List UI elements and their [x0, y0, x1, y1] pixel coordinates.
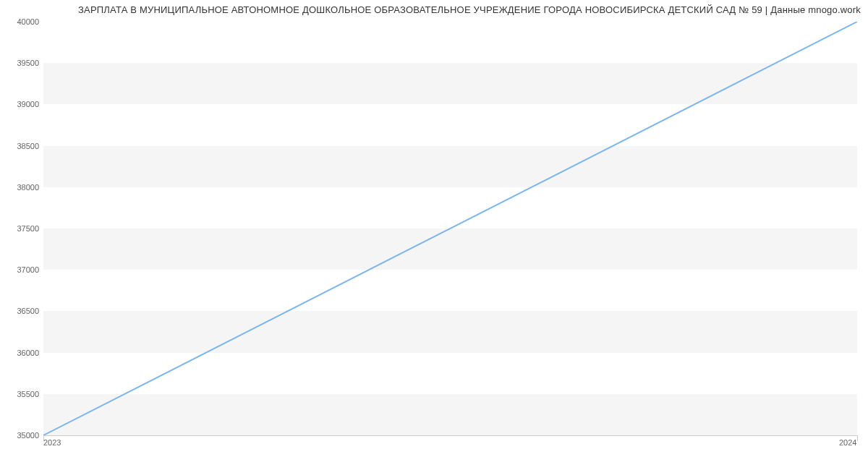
chart-title: ЗАРПЛАТА В МУНИЦИПАЛЬНОЕ АВТОНОМНОЕ ДОШК…: [0, 4, 861, 15]
y-tick-label: 38000: [17, 183, 39, 192]
x-tick-label: 2024: [839, 438, 856, 447]
y-tick-label: 35000: [17, 431, 39, 440]
y-tick-label: 37500: [17, 224, 39, 233]
y-tick-label: 39500: [17, 59, 39, 67]
y-tick-label: 39000: [17, 100, 39, 108]
y-tick-label: 36500: [17, 307, 39, 315]
y-tick-label: 38500: [17, 142, 39, 150]
svg-line-0: [43, 22, 857, 435]
x-axis-line: [43, 435, 857, 436]
y-tick-label: 36000: [17, 349, 39, 357]
x-tick: [857, 435, 858, 441]
x-tick-label: 2023: [43, 438, 61, 447]
y-tick-label: 37000: [17, 265, 39, 274]
y-tick-label: 40000: [17, 17, 39, 26]
y-tick-label: 35500: [17, 390, 39, 398]
plot-area: [43, 22, 857, 435]
chart-line-svg: [43, 22, 857, 435]
